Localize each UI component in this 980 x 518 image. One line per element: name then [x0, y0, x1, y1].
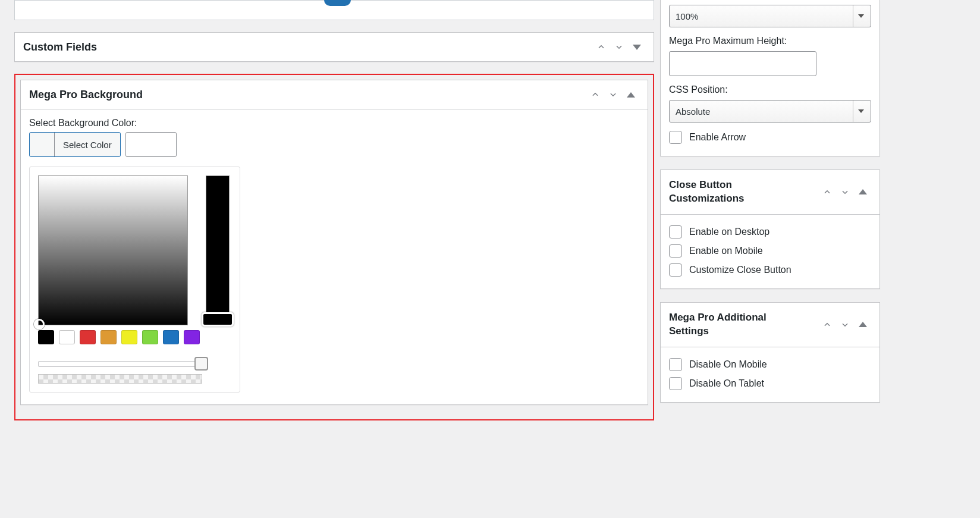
sv-cursor[interactable] — [34, 319, 45, 329]
hue-slider[interactable] — [206, 175, 230, 325]
preset-swatch[interactable] — [59, 330, 75, 344]
panel-mega-pro-dimensions: 100% Mega Pro Maximum Height: CSS Positi… — [660, 0, 880, 156]
collapse-toggle-icon[interactable] — [855, 316, 871, 333]
color-hex-input[interactable] — [125, 132, 177, 157]
customize-close-button-label: Customize Close Button — [689, 265, 791, 275]
checkbox-icon — [669, 225, 682, 238]
editor-accent-dot — [324, 0, 351, 6]
collapse-toggle-icon[interactable] — [623, 86, 639, 103]
move-down-icon[interactable] — [837, 184, 853, 200]
dropdown-arrow-icon — [853, 101, 868, 122]
panel-mega-pro-background: Mega Pro Background Select Background Co… — [20, 80, 648, 405]
move-down-icon[interactable] — [605, 86, 621, 103]
preset-swatch[interactable] — [38, 330, 54, 344]
panel-mega-pro-additional-settings: Mega Pro Additional Settings Disable On … — [660, 302, 880, 403]
enable-mobile-label: Enable on Mobile — [689, 246, 763, 256]
select-color-button-label: Select Color — [55, 140, 120, 150]
current-color-swatch — [30, 133, 55, 156]
css-position-select[interactable]: Absolute — [669, 100, 871, 123]
move-up-icon[interactable] — [819, 316, 835, 333]
checkbox-icon — [669, 263, 682, 277]
panel-title-custom-fields: Custom Fields — [23, 41, 97, 54]
preset-swatch[interactable] — [100, 330, 117, 344]
max-height-input[interactable] — [669, 51, 816, 76]
move-up-icon[interactable] — [593, 39, 610, 55]
width-select-value: 100% — [676, 11, 698, 21]
highlighted-region: Mega Pro Background Select Background Co… — [14, 74, 654, 420]
panel-body-mega-bg: Select Background Color: Select Color — [21, 109, 648, 404]
disable-mobile-checkbox[interactable]: Disable On Mobile — [669, 358, 871, 371]
width-select[interactable]: 100% — [669, 5, 871, 27]
panel-actions-mega-bg — [587, 86, 639, 103]
disable-mobile-label: Disable On Mobile — [689, 359, 767, 370]
max-height-label: Mega Pro Maximum Height: — [669, 36, 871, 46]
collapse-toggle-icon[interactable] — [629, 39, 645, 55]
hue-thumb[interactable] — [202, 312, 234, 327]
move-down-icon[interactable] — [611, 39, 627, 55]
move-up-icon[interactable] — [587, 86, 604, 103]
panel-title-additional: Mega Pro Additional Settings — [669, 311, 788, 338]
alpha-slider[interactable] — [38, 361, 202, 384]
customize-close-button-checkbox[interactable]: Customize Close Button — [669, 263, 871, 277]
panel-close-button-customizations: Close Button Customizations Enable on De… — [660, 169, 880, 289]
enable-arrow-checkbox[interactable]: Enable Arrow — [669, 131, 871, 144]
preset-swatch[interactable] — [80, 330, 96, 344]
preset-swatches — [38, 330, 230, 344]
dropdown-arrow-icon — [853, 5, 868, 27]
preset-swatch[interactable] — [121, 330, 137, 344]
enable-desktop-checkbox[interactable]: Enable on Desktop — [669, 225, 871, 238]
preset-swatch[interactable] — [142, 330, 158, 344]
panel-header-additional[interactable]: Mega Pro Additional Settings — [661, 303, 880, 347]
preset-swatch[interactable] — [163, 330, 179, 344]
panel-header-custom-fields[interactable]: Custom Fields — [15, 33, 654, 61]
panel-header-mega-bg[interactable]: Mega Pro Background — [21, 80, 648, 109]
enable-arrow-label: Enable Arrow — [689, 132, 746, 143]
checkbox-icon — [669, 244, 682, 258]
alpha-thumb[interactable] — [194, 357, 208, 371]
collapse-toggle-icon[interactable] — [855, 184, 871, 200]
move-up-icon[interactable] — [819, 184, 835, 200]
enable-mobile-checkbox[interactable]: Enable on Mobile — [669, 244, 871, 258]
css-position-value: Absolute — [676, 106, 710, 117]
editor-top-strip — [14, 0, 654, 20]
select-color-button[interactable]: Select Color — [29, 132, 121, 157]
move-down-icon[interactable] — [837, 316, 853, 333]
disable-tablet-checkbox[interactable]: Disable On Tablet — [669, 377, 871, 390]
panel-actions-custom-fields — [593, 39, 645, 55]
panel-custom-fields: Custom Fields — [14, 32, 654, 62]
disable-tablet-label: Disable On Tablet — [689, 378, 764, 389]
panel-title-close-button: Close Button Customizations — [669, 178, 788, 206]
select-bg-color-label: Select Background Color: — [29, 118, 639, 128]
checkbox-icon — [669, 377, 682, 390]
preset-swatch[interactable] — [184, 330, 200, 344]
css-position-label: CSS Position: — [669, 84, 871, 95]
checkbox-icon — [669, 358, 682, 371]
alpha-checker — [38, 374, 202, 384]
enable-desktop-label: Enable on Desktop — [689, 227, 769, 237]
panel-title-mega-bg: Mega Pro Background — [29, 89, 143, 101]
alpha-track — [38, 361, 202, 367]
checkbox-icon — [669, 131, 682, 144]
color-picker — [29, 167, 240, 393]
saturation-value-panel[interactable] — [38, 175, 188, 325]
panel-header-close-button[interactable]: Close Button Customizations — [661, 170, 880, 215]
